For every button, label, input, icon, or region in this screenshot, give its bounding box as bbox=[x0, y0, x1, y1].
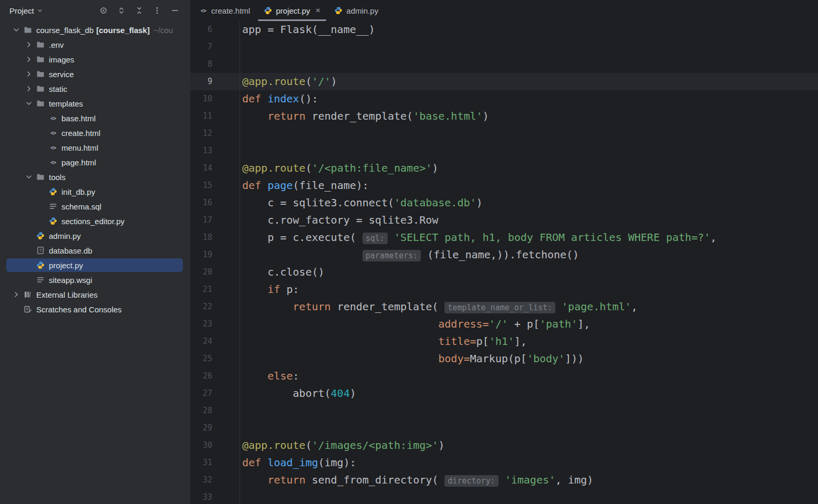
tree-item-label: External Libraries bbox=[36, 290, 98, 299]
tree-item-module-name: [course_flask] bbox=[96, 26, 150, 35]
editor-tabs: <>create.htmlproject.py✕admin.py bbox=[190, 0, 818, 21]
chevron-down-icon[interactable] bbox=[22, 99, 36, 108]
tree-item-env[interactable]: .env bbox=[0, 37, 190, 52]
chevron-right-icon[interactable] bbox=[9, 290, 23, 299]
tree-item-admin-py[interactable]: admin.py bbox=[0, 228, 190, 243]
code-line-19[interactable]: 19 parameters: (file_name,)).fetchone() bbox=[190, 246, 818, 264]
code-line-11[interactable]: 11 return render_template('base.html') bbox=[190, 108, 818, 125]
tree-item-path: ~/cou bbox=[153, 26, 173, 35]
tab-admin-py[interactable]: admin.py bbox=[327, 0, 385, 21]
code-text: @app.route('/') bbox=[240, 73, 337, 90]
code-line-7[interactable]: 7 bbox=[190, 38, 818, 56]
code-line-22[interactable]: 22 return render_template( template_name… bbox=[190, 298, 818, 316]
tree-item-label: service bbox=[49, 70, 74, 79]
code-line-31[interactable]: 31def load_img(img): bbox=[190, 454, 818, 471]
code-text: def load_img(img): bbox=[240, 454, 356, 471]
code-line-16[interactable]: 16 c = sqlite3.connect('database.db') bbox=[190, 194, 818, 212]
chevron-right-icon[interactable] bbox=[22, 85, 36, 93]
tree-item-label: create.html bbox=[61, 129, 100, 138]
code-line-24[interactable]: 24 title=p['h1'], bbox=[190, 333, 818, 350]
code-text: def index(): bbox=[240, 90, 318, 108]
code-line-9[interactable]: 9@app.route('/') bbox=[190, 73, 818, 90]
hide-panel-icon[interactable] bbox=[170, 6, 180, 15]
tree-item-database-db[interactable]: ?database.db bbox=[0, 243, 190, 258]
code-line-15[interactable]: 15def page(file_name): bbox=[190, 177, 818, 194]
tab-label: create.html bbox=[211, 6, 250, 15]
code-line-28[interactable]: 28 bbox=[190, 402, 818, 419]
tree-item-images[interactable]: images bbox=[0, 52, 190, 67]
html-file-icon: <> bbox=[199, 6, 208, 15]
inline-parameter-hint: parameters: bbox=[363, 250, 421, 261]
code-area[interactable]: 6app = Flask(__name__)789@app.route('/')… bbox=[190, 21, 818, 504]
tree-item-label: page.html bbox=[61, 158, 96, 167]
line-number: 12 bbox=[190, 125, 240, 142]
code-line-17[interactable]: 17 c.row_factory = sqlite3.Row bbox=[190, 212, 818, 229]
tree-item-base-html[interactable]: <>base.html bbox=[0, 111, 190, 125]
code-text: c = sqlite3.connect('database.db') bbox=[240, 194, 483, 212]
code-line-32[interactable]: 32 return send_from_directory( directory… bbox=[190, 471, 818, 489]
tab-create-html[interactable]: <>create.html bbox=[192, 0, 257, 21]
tree-item-scratches-and-consoles[interactable]: Scratches and Consoles bbox=[0, 302, 190, 317]
tree-item-menu-html[interactable]: <>menu.html bbox=[0, 140, 190, 155]
python-icon bbox=[36, 232, 45, 240]
libraries-icon bbox=[23, 290, 33, 299]
code-text bbox=[240, 56, 242, 73]
line-number: 14 bbox=[190, 160, 240, 177]
code-text: app = Flask(__name__) bbox=[240, 21, 375, 38]
code-text bbox=[240, 402, 242, 419]
tree-item-templates[interactable]: templates bbox=[0, 96, 190, 111]
html-icon: <> bbox=[48, 160, 58, 165]
tree-item-schema-sql[interactable]: schema.sql bbox=[0, 199, 190, 214]
code-line-13[interactable]: 13 bbox=[190, 142, 818, 160]
code-line-6[interactable]: 6app = Flask(__name__) bbox=[190, 21, 818, 38]
collapse-all-icon[interactable] bbox=[134, 6, 144, 15]
code-line-10[interactable]: 10def index(): bbox=[190, 90, 818, 108]
more-options-icon[interactable] bbox=[152, 6, 162, 15]
tree-item-create-html[interactable]: <>create.html bbox=[0, 125, 190, 140]
code-line-29[interactable]: 29 bbox=[190, 419, 818, 437]
locate-icon[interactable] bbox=[99, 6, 108, 15]
code-line-27[interactable]: 27 abort(404) bbox=[190, 385, 818, 402]
code-line-18[interactable]: 18 p = c.execute( sql: 'SELECT path, h1,… bbox=[190, 229, 818, 246]
close-tab-icon[interactable]: ✕ bbox=[315, 7, 320, 14]
code-line-26[interactable]: 26 else: bbox=[190, 368, 818, 385]
code-line-20[interactable]: 20 c.close() bbox=[190, 264, 818, 281]
chevron-right-icon[interactable] bbox=[22, 40, 36, 49]
chevron-right-icon[interactable] bbox=[22, 70, 36, 78]
chevron-right-icon[interactable] bbox=[22, 55, 36, 64]
expand-all-icon[interactable] bbox=[117, 6, 126, 15]
code-text bbox=[240, 489, 242, 504]
code-line-8[interactable]: 8 bbox=[190, 56, 818, 73]
code-line-33[interactable]: 33 bbox=[190, 489, 818, 504]
project-dropdown[interactable]: Project bbox=[9, 6, 44, 15]
chevron-down-icon[interactable] bbox=[22, 173, 36, 181]
code-line-12[interactable]: 12 bbox=[190, 125, 818, 142]
code-line-30[interactable]: 30@app.route('/images/<path:img>') bbox=[190, 437, 818, 454]
tree-item-service[interactable]: service bbox=[0, 67, 190, 81]
tree-item-external-libraries[interactable]: External Libraries bbox=[0, 287, 190, 302]
tree-item-course-flask-db[interactable]: course_flask_db[course_flask]~/cou bbox=[0, 23, 190, 37]
textfile-icon bbox=[36, 276, 45, 284]
tree-item-project-py[interactable]: project.py bbox=[0, 258, 190, 272]
tab-project-py[interactable]: project.py✕ bbox=[257, 0, 327, 21]
code-text: return render_template('base.html') bbox=[240, 108, 489, 125]
code-line-23[interactable]: 23 address='/' + p['path'], bbox=[190, 316, 818, 333]
code-line-21[interactable]: 21 if p: bbox=[190, 281, 818, 298]
tree-item-init-db-py[interactable]: init_db.py bbox=[0, 184, 190, 199]
tree-item-siteapp-wsgi[interactable]: siteapp.wsgi bbox=[0, 272, 190, 287]
inline-parameter-hint: template_name_or_list: bbox=[444, 302, 555, 313]
tree-item-page-html[interactable]: <>page.html bbox=[0, 155, 190, 170]
line-number: 9 bbox=[190, 73, 240, 90]
tree-item-label: Scratches and Consoles bbox=[36, 305, 122, 314]
panel-toolbar bbox=[99, 6, 190, 15]
code-line-14[interactable]: 14@app.route('/<path:file_name>') bbox=[190, 160, 818, 177]
code-text: if p: bbox=[240, 281, 299, 298]
code-line-25[interactable]: 25 body=Markup(p['body'])) bbox=[190, 350, 818, 368]
tree-item-static[interactable]: static bbox=[0, 81, 190, 96]
tree-item-label: course_flask_db bbox=[36, 26, 94, 35]
tree-item-sections-editor-py[interactable]: sections_editor.py bbox=[0, 214, 190, 228]
code-text: def page(file_name): bbox=[240, 177, 369, 194]
chevron-down-icon[interactable] bbox=[9, 26, 23, 34]
line-number: 33 bbox=[190, 489, 240, 504]
tree-item-tools[interactable]: tools bbox=[0, 170, 190, 184]
